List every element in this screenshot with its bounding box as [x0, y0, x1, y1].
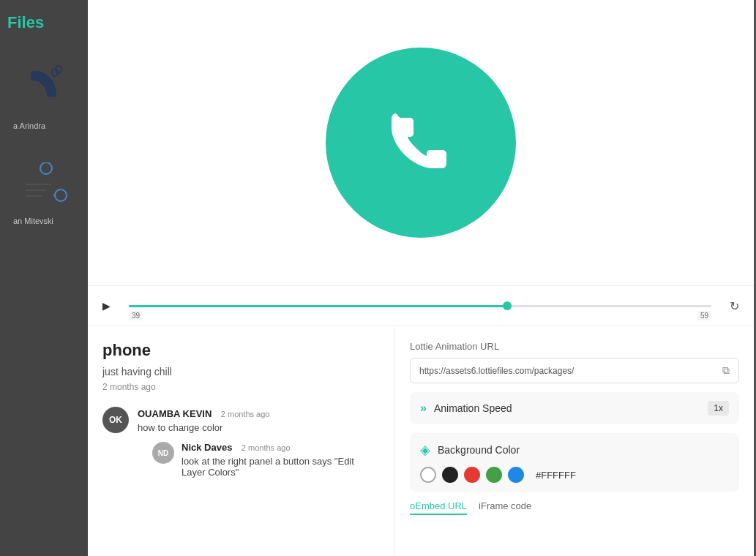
reply-text: look at the right panel a button says "E… — [181, 456, 380, 478]
url-value: https://assets6.lottiefiles.com/packages… — [419, 366, 716, 376]
sidebar-phone-preview — [18, 60, 70, 111]
reply-time: 2 months ago — [242, 443, 291, 452]
color-swatches: #FFFFFF — [420, 467, 729, 483]
comment-author: OUAMBA KEVIN — [138, 408, 212, 419]
settings-panel: Lottie Animation URL https://assets6.lot… — [395, 326, 754, 556]
swatch-red[interactable] — [464, 467, 480, 483]
animation-description: just having chill — [102, 366, 380, 377]
speed-icon: » — [420, 402, 427, 415]
reply-body: Nick Daves 2 months ago look at the righ… — [181, 440, 380, 478]
reply-avatar: ND — [152, 442, 174, 464]
frame-end-label: 59 — [697, 311, 711, 320]
play-button[interactable]: ▶ — [102, 300, 111, 312]
speed-label: Animation Speed — [434, 402, 708, 414]
reply-author: Nick Daves — [181, 442, 232, 453]
bg-color-header: ◈ Background Color — [420, 442, 729, 458]
comment-body: OUAMBA KEVIN 2 months ago how to change … — [138, 407, 380, 478]
progress-thumb — [503, 301, 512, 310]
bg-color-icon: ◈ — [420, 442, 430, 458]
tab-iframe[interactable]: iFrame code — [479, 500, 531, 515]
hex-value: #FFFFFF — [536, 470, 576, 481]
svg-point-7 — [55, 189, 67, 201]
embed-tabs: oEmbed URL iFrame code — [410, 500, 739, 515]
sidebar-author-1: a Arindra — [7, 119, 81, 133]
progress-track: 39 59 — [129, 305, 711, 307]
swatch-green[interactable] — [486, 467, 502, 483]
svg-point-3 — [40, 162, 52, 174]
animation-speed-row[interactable]: » Animation Speed 1x — [410, 392, 739, 424]
url-input-row: https://assets6.lottiefiles.com/packages… — [410, 358, 739, 383]
bg-color-label: Background Color — [438, 444, 729, 456]
tab-oembed[interactable]: oEmbed URL — [410, 500, 467, 515]
brand-suffix: Files — [7, 13, 44, 31]
modal: ▶ 39 59 ↻ phone just having chill 2 mont… — [88, 0, 754, 556]
comment-text: how to change color — [138, 422, 380, 433]
animation-title: phone — [102, 341, 380, 360]
sidebar-item-2: an Mitevski — [0, 155, 88, 236]
background-color-section: ◈ Background Color #FFFFFF — [410, 433, 739, 492]
swatch-blue[interactable] — [508, 467, 524, 483]
url-label: Lottie Animation URL — [410, 341, 739, 352]
swatch-black[interactable] — [442, 467, 458, 483]
copy-icon: ⧉ — [722, 364, 730, 376]
animation-preview — [88, 0, 754, 285]
playback-controls: ▶ 39 59 ↻ — [88, 285, 754, 326]
replay-icon: ↻ — [730, 300, 739, 312]
progress-bar-container[interactable]: 39 59 — [129, 305, 711, 307]
comment-time: 2 months ago — [221, 410, 270, 418]
frame-start-label: 39 — [129, 311, 143, 320]
play-icon: ▶ — [102, 300, 111, 312]
copy-url-button[interactable]: ⧉ — [722, 364, 730, 377]
comment-section: OK OUAMBA KEVIN 2 months ago how to chan… — [102, 407, 380, 478]
progress-fill — [129, 305, 507, 307]
swatch-white[interactable] — [420, 467, 436, 483]
reply-comment: ND Nick Daves 2 months ago look at the r… — [152, 440, 380, 478]
speed-value: 1x — [708, 401, 729, 416]
brand-logo: Files — [0, 0, 88, 45]
phone-animation-circle — [326, 48, 516, 238]
avatar: OK — [102, 407, 129, 433]
animation-timestamp: 2 months ago — [102, 382, 380, 392]
replay-button[interactable]: ↻ — [730, 299, 739, 313]
sidebar-item-1: a Arindra — [0, 45, 88, 140]
sidebar: Files a Arindra an Mitevski — [0, 0, 88, 556]
content-area: phone just having chill 2 months ago OK … — [88, 326, 754, 556]
comment-item: OK OUAMBA KEVIN 2 months ago how to chan… — [102, 407, 380, 478]
sidebar-author-2: an Mitevski — [7, 214, 81, 228]
info-panel: phone just having chill 2 months ago OK … — [88, 326, 395, 556]
